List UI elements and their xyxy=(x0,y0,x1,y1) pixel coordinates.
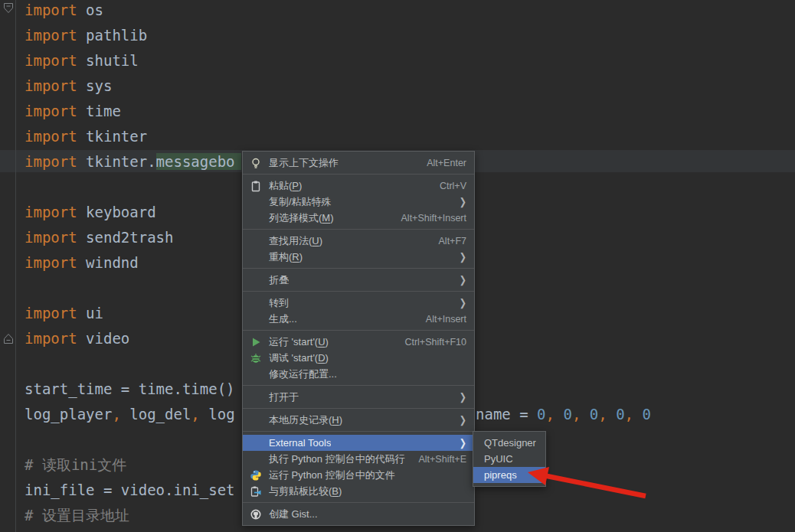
menu-item-label: 本地历史记录(H) xyxy=(269,413,342,427)
code-line: import ui xyxy=(25,301,103,326)
menu-separator xyxy=(243,499,474,506)
code-line: import time xyxy=(25,99,121,124)
run-icon xyxy=(250,336,262,348)
menu-item-open-in[interactable]: 打开于❯ xyxy=(243,389,474,405)
code-line: log_player, log_del, log xyxy=(25,402,235,427)
code-line: import shutil xyxy=(25,48,139,73)
code-line: # 设置目录地址 xyxy=(25,503,129,528)
menu-item-copy-paste-special[interactable]: 复制/粘贴特殊❯ xyxy=(243,194,474,210)
menu-item-run-start[interactable]: 运行 'start'(U)Ctrl+Shift+F10 xyxy=(243,334,474,350)
menu-separator xyxy=(243,428,474,435)
submenu-arrow-icon: ❯ xyxy=(460,251,466,263)
python-icon xyxy=(250,469,262,481)
menu-item-label: 调试 'start'(D) xyxy=(269,351,329,365)
menu-item-label: 查找用法(U) xyxy=(269,234,322,248)
menu-item-label: 打开于 xyxy=(269,390,299,404)
menu-separator xyxy=(243,171,474,178)
menu-item-refactor[interactable]: 重构(R)❯ xyxy=(243,249,474,265)
menu-item-modify-run-configuration[interactable]: 修改运行配置... xyxy=(243,366,474,382)
menu-item-external-tools[interactable]: External Tools❯ xyxy=(243,435,474,451)
code-line-right-fragment: name = 0, 0, 0, 0, 0 xyxy=(476,402,651,427)
menu-item-shortcut: Alt+Shift+Insert xyxy=(401,213,466,224)
menu-separator xyxy=(243,288,474,295)
menu-item-paste[interactable]: 粘贴(P)Ctrl+V xyxy=(243,178,474,194)
submenu-arrow-icon: ❯ xyxy=(460,391,466,403)
menu-item-label: 执行 Python 控制台中的代码行 xyxy=(269,452,405,466)
submenu-item-qtdesigner[interactable]: QTdesigner xyxy=(473,435,545,451)
submenu-item-pyuic[interactable]: PyUIC xyxy=(473,451,545,467)
submenu-item-label: PyUIC xyxy=(484,453,513,465)
menu-item-debug-start[interactable]: 调试 'start'(D) xyxy=(243,350,474,366)
code-line: import os xyxy=(25,0,103,23)
menu-item-label: 转到 xyxy=(269,296,289,310)
code-line: ini_file = video.ini_set xyxy=(25,478,235,503)
submenu-item-pipreqs[interactable]: pipreqs xyxy=(473,467,545,483)
paste-icon xyxy=(250,180,262,192)
menu-item-local-history[interactable]: 本地历史记录(H)❯ xyxy=(243,412,474,428)
menu-item-shortcut: Ctrl+V xyxy=(440,181,466,191)
menu-item-label: 创建 Gist... xyxy=(269,508,318,521)
submenu-item-label: QTdesigner xyxy=(484,437,536,449)
menu-item-execute-line-in-python-console[interactable]: 执行 Python 控制台中的代码行Alt+Shift+E xyxy=(243,451,474,467)
code-line: import pathlib xyxy=(25,23,147,48)
editor-context-menu: 显示上下文操作Alt+Enter粘贴(P)Ctrl+V复制/粘贴特殊❯列选择模式… xyxy=(242,151,475,526)
menu-item-compare-with-clipboard[interactable]: 与剪贴板比较(B) xyxy=(243,483,474,499)
menu-item-generate[interactable]: 生成...Alt+Insert xyxy=(243,311,474,327)
menu-item-shortcut: Alt+Insert xyxy=(426,314,466,325)
code-line: import sys xyxy=(25,73,112,99)
menu-separator xyxy=(243,405,474,412)
menu-item-go-to[interactable]: 转到❯ xyxy=(243,295,474,311)
external-tools-submenu: QTdesignerPyUICpipreqs xyxy=(473,431,546,487)
menu-separator xyxy=(243,265,474,272)
menu-item-show-context-actions[interactable]: 显示上下文操作Alt+Enter xyxy=(243,155,474,171)
menu-item-label: External Tools xyxy=(269,437,331,449)
github-icon xyxy=(250,508,262,521)
compare-clipboard-icon xyxy=(250,485,262,498)
menu-item-shortcut: Alt+Enter xyxy=(427,158,466,168)
submenu-arrow-icon: ❯ xyxy=(460,274,466,286)
menu-item-shortcut: Alt+Shift+E xyxy=(418,454,466,465)
menu-separator xyxy=(243,382,474,389)
code-line: import send2trash xyxy=(25,225,173,250)
menu-item-label: 修改运行配置... xyxy=(269,367,337,381)
menu-item-column-selection-mode[interactable]: 列选择模式(M)Alt+Shift+Insert xyxy=(243,210,474,226)
submenu-arrow-icon: ❯ xyxy=(460,196,466,208)
code-line: import tkinter.messagebo xyxy=(25,149,241,175)
submenu-arrow-icon: ❯ xyxy=(460,414,466,426)
code-line: import keyboard xyxy=(25,200,156,225)
lightbulb-icon xyxy=(250,157,262,169)
submenu-arrow-icon: ❯ xyxy=(460,297,466,309)
menu-item-label: 粘贴(P) xyxy=(269,179,302,193)
menu-item-label: 运行 Python 控制台中的文件 xyxy=(269,468,395,482)
menu-item-shortcut: Ctrl+Shift+F10 xyxy=(404,337,466,348)
code-line: start_time = time.time() xyxy=(25,377,235,402)
code-line: import tkinter xyxy=(25,124,147,149)
menu-item-find-usages[interactable]: 查找用法(U)Alt+F7 xyxy=(243,233,474,249)
debug-icon xyxy=(250,352,262,364)
fold-region-end-icon[interactable] xyxy=(2,332,15,344)
submenu-arrow-icon: ❯ xyxy=(460,437,466,449)
code-line: # 读取ini文件 xyxy=(25,452,126,478)
menu-item-label: 复制/粘贴特殊 xyxy=(269,195,332,209)
menu-item-label: 重构(R) xyxy=(269,250,303,264)
menu-separator xyxy=(243,327,474,334)
menu-item-shortcut: Alt+F7 xyxy=(439,236,466,246)
menu-separator xyxy=(243,226,474,233)
code-line: import video xyxy=(25,326,129,351)
code-line: import windnd xyxy=(25,250,139,276)
menu-item-create-gist[interactable]: 创建 Gist... xyxy=(243,506,474,522)
menu-item-label: 运行 'start'(U) xyxy=(269,335,329,349)
menu-item-label: 折叠 xyxy=(269,273,289,287)
menu-item-label: 列选择模式(M) xyxy=(269,211,334,225)
menu-item-label: 显示上下文操作 xyxy=(269,156,339,170)
menu-item-run-file-in-python-console[interactable]: 运行 Python 控制台中的文件 xyxy=(243,467,474,483)
menu-item-label: 与剪贴板比较(B) xyxy=(269,485,342,498)
menu-item-label: 生成... xyxy=(269,312,297,326)
gutter-divider xyxy=(15,0,16,532)
submenu-item-label: pipreqs xyxy=(484,469,517,481)
menu-item-folding[interactable]: 折叠❯ xyxy=(243,272,474,288)
fold-region-start-icon[interactable] xyxy=(2,2,15,15)
